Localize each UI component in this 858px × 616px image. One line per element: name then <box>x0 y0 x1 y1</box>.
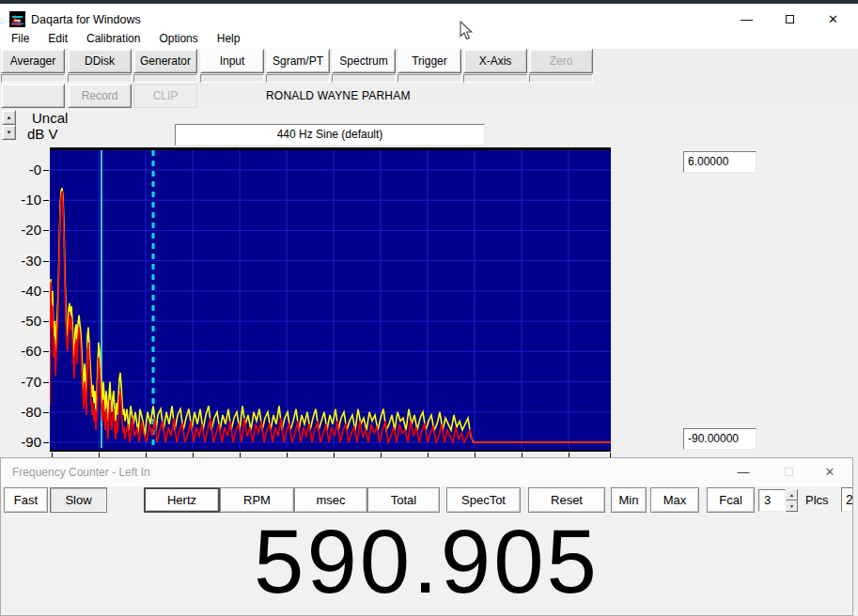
spectrum-indicator <box>332 74 396 83</box>
y-axis-spin-down-button[interactable]: ▼ <box>2 125 16 140</box>
x-axis-button[interactable]: X-Axis <box>463 49 527 73</box>
min-button[interactable]: Min <box>611 487 647 513</box>
freq-close-button[interactable]: ✕ <box>811 458 849 486</box>
y-axis-label: -10 <box>0 192 41 208</box>
fcal-button[interactable]: Fcal <box>707 487 755 513</box>
slow-button[interactable]: Slow <box>50 487 107 513</box>
freq-maximize-button <box>770 458 807 486</box>
places-spinner: ▲ ▼ <box>786 489 798 512</box>
frequency-reading: 590.905 <box>1 515 852 608</box>
toolbar: Averager DDisk Generator Input Sgram/PT … <box>0 49 858 108</box>
freq-maximize-icon <box>785 468 793 476</box>
maximize-icon <box>786 15 794 23</box>
y-axis-label: -30 <box>0 253 41 269</box>
mouse-cursor-icon <box>460 21 475 41</box>
spectot-button[interactable]: SpecTot <box>446 487 521 513</box>
y-max-field[interactable]: 6.00000 <box>683 151 757 173</box>
max-button[interactable]: Max <box>650 487 699 513</box>
down-arrow-icon: ▼ <box>7 130 12 135</box>
ddisk-button[interactable]: DDisk <box>68 49 132 73</box>
reset-button[interactable]: Reset <box>528 487 605 513</box>
total-button[interactable]: Total <box>367 487 440 513</box>
sgram-pt-button[interactable]: Sgram/PT <box>266 49 330 73</box>
input-indicator <box>200 74 264 83</box>
sgram-pt-indicator <box>266 74 330 83</box>
trigger-indicator <box>398 74 461 83</box>
spectrum-plot[interactable] <box>50 147 611 452</box>
menu-bar: File Edit Calibration Options Help <box>0 28 858 49</box>
y-axis-label: -90 <box>0 434 41 450</box>
places-spin-down-button[interactable]: ▼ <box>786 500 798 512</box>
frequency-counter-window: Frequency Counter - Left In — ✕ Fast Slo… <box>0 457 853 616</box>
edge-clipped-field[interactable]: 2 <box>841 487 853 512</box>
uncal-label: Uncal <box>32 110 68 126</box>
y-axis-label: -50 <box>0 313 41 329</box>
places-spin-up-button[interactable]: ▲ <box>786 489 798 500</box>
up-arrow-icon: ▲ <box>789 492 794 498</box>
clip-indicator-button: CLIP <box>133 84 197 108</box>
averager-button[interactable]: Averager <box>1 49 65 73</box>
up-arrow-icon: ▲ <box>7 115 12 120</box>
spectrum-plot-svg <box>50 150 611 448</box>
down-arrow-icon: ▼ <box>789 503 794 509</box>
x-axis-indicator <box>463 74 527 83</box>
menu-calibration[interactable]: Calibration <box>77 28 149 49</box>
places-field[interactable]: 3 <box>758 489 786 512</box>
record-button[interactable]: Record <box>68 84 132 108</box>
input-button[interactable]: Input <box>200 49 264 73</box>
generator-title-field[interactable]: 440 Hz Sine (default) <box>175 124 485 146</box>
y-axis-tick <box>43 351 49 352</box>
menu-file[interactable]: File <box>2 28 39 49</box>
generator-button[interactable]: Generator <box>133 49 197 73</box>
menu-help[interactable]: Help <box>208 28 250 49</box>
generator-indicator <box>133 74 197 83</box>
y-axis-tick <box>43 200 49 201</box>
y-axis-label: -60 <box>0 343 41 359</box>
y-axis-tick <box>43 170 49 171</box>
unit-label: dB V <box>27 126 58 142</box>
zero-button[interactable]: Zero <box>529 49 593 73</box>
y-axis-labels: -0-10-20-30-40-50-60-70-80-90 <box>0 150 49 448</box>
msec-button[interactable]: msec <box>294 487 367 513</box>
fast-button[interactable]: Fast <box>4 487 48 513</box>
freq-counter-title: Frequency Counter - Left In <box>12 458 150 486</box>
y-axis-label: -20 <box>0 222 41 238</box>
y-axis-tick <box>43 442 49 443</box>
y-axis-tick <box>43 412 49 413</box>
y-axis-tick <box>43 230 49 231</box>
rpm-button[interactable]: RPM <box>220 487 294 513</box>
freq-counter-title-bar: Frequency Counter - Left In — ✕ <box>1 458 852 486</box>
menu-options[interactable]: Options <box>149 28 207 49</box>
y-axis-spinner: ▲ ▼ <box>2 110 16 140</box>
hertz-button[interactable]: Hertz <box>144 487 220 513</box>
averager-indicator <box>1 74 65 83</box>
spectrum-button[interactable]: Spectrum <box>332 49 396 73</box>
y-axis-tick <box>43 382 49 383</box>
y-axis-spin-up-button[interactable]: ▲ <box>2 110 16 125</box>
places-label: Plcs <box>805 487 829 513</box>
ddisk-indicator <box>68 74 132 83</box>
license-name: RONALD WAYNE PARHAM <box>266 84 411 108</box>
freq-minimize-button[interactable]: — <box>725 458 762 486</box>
y-axis-label: -70 <box>0 374 41 390</box>
y-axis-label: -80 <box>0 404 41 420</box>
blank-button[interactable] <box>1 84 65 108</box>
zero-indicator <box>529 74 593 83</box>
trigger-button[interactable]: Trigger <box>398 49 461 73</box>
app-icon <box>9 11 25 27</box>
y-axis-tick <box>43 321 49 322</box>
y-min-field[interactable]: -90.00000 <box>683 428 757 450</box>
menu-edit[interactable]: Edit <box>39 28 77 49</box>
y-axis-label: -40 <box>0 283 41 299</box>
y-axis-label: -0 <box>0 162 41 177</box>
main-title-bar: Daqarta for Windows — ✕ <box>0 4 858 28</box>
y-axis-tick <box>43 261 49 262</box>
y-axis-tick <box>43 291 49 292</box>
